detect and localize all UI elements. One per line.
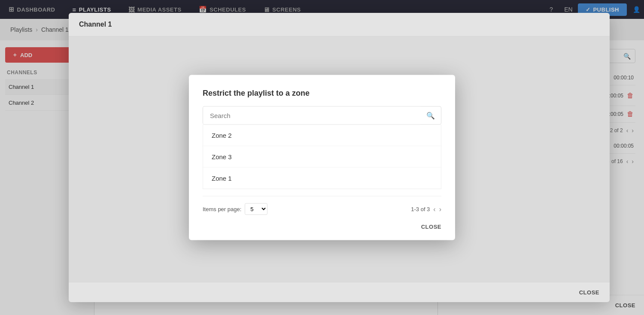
zone-list-item-0[interactable]: Zone 2 [203, 125, 441, 146]
zone-list: Zone 2 Zone 3 Zone 1 [203, 125, 441, 189]
zone-list-item-2[interactable]: Zone 1 [203, 168, 441, 189]
zone-next-page[interactable]: › [439, 205, 441, 213]
zone-2-label: Zone 2 [212, 132, 232, 139]
items-per-page-label: Items per page: [203, 206, 241, 212]
zone-modal-footer: Items per page: 5 10 25 1-3 of 3 ‹ › [203, 196, 441, 215]
zone-prev-page[interactable]: ‹ [433, 205, 435, 213]
zone-modal-title: Restrict the playlist to a zone [203, 89, 441, 98]
zone-search-icon: 🔍 [420, 112, 441, 120]
zone-modal: Restrict the playlist to a zone 🔍 Zone 2… [189, 75, 455, 240]
zone-3-label: Zone 3 [212, 153, 232, 161]
zone-close-row: CLOSE [203, 215, 441, 230]
zone-1-label: Zone 1 [212, 175, 232, 182]
items-per-page: Items per page: 5 10 25 [203, 203, 267, 215]
zone-search-input[interactable] [203, 107, 420, 124]
zone-close-button[interactable]: CLOSE [421, 224, 441, 230]
zone-list-item-1[interactable]: Zone 3 [203, 146, 441, 168]
items-per-page-select[interactable]: 5 10 25 [245, 203, 267, 215]
zone-pagination: 1-3 of 3 ‹ › [411, 205, 441, 213]
zone-pagination-text: 1-3 of 3 [411, 206, 430, 212]
zone-search-box: 🔍 [203, 106, 441, 125]
